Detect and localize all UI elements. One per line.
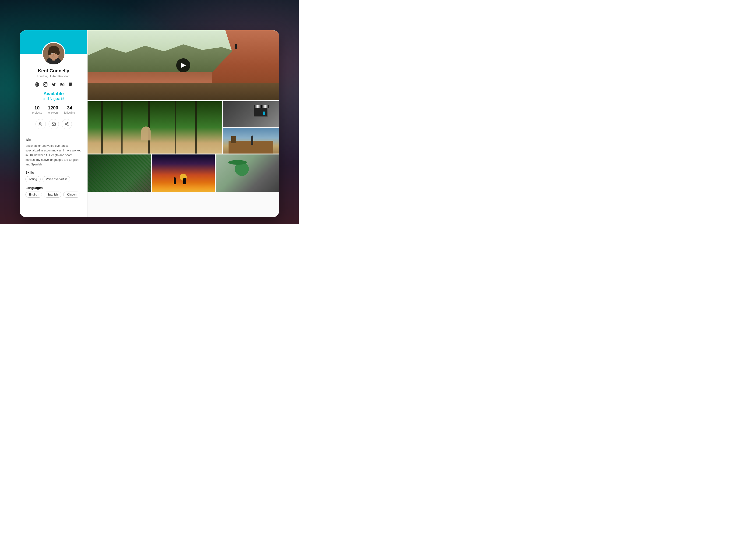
following-label: following (64, 111, 75, 114)
svg-point-11 (53, 54, 54, 56)
projects-label: projects (32, 111, 42, 114)
portfolio-item-western[interactable] (223, 128, 279, 154)
svg-rect-14 (43, 83, 47, 86)
bio-text: British actor and voice over artist, spe… (25, 143, 82, 167)
svg-point-9 (51, 53, 53, 54)
social-icons-row (34, 82, 73, 87)
following-count: 34 (64, 105, 75, 111)
language-klingon: Klingon (63, 192, 80, 197)
sidebar: Kent Connelly London, United Kingdom (20, 30, 87, 217)
languages-heading: Languages (25, 186, 82, 190)
skills-section: Skills Acting Voice over artist (20, 167, 87, 182)
user-location: London, United Kingdom (37, 75, 70, 78)
svg-point-10 (55, 53, 56, 54)
portfolio-item-ivy[interactable] (87, 155, 151, 192)
bio-heading: Bio (25, 138, 82, 142)
main-content (87, 30, 279, 217)
language-spanish: Spanish (44, 192, 61, 197)
svg-point-16 (46, 83, 47, 84)
globe-icon[interactable] (34, 82, 40, 87)
twitter-icon[interactable] (51, 82, 56, 87)
svg-point-17 (39, 123, 41, 124)
portfolio-item-hat[interactable] (216, 155, 279, 192)
play-button[interactable] (176, 58, 190, 72)
profile-card: Kent Connelly London, United Kingdom (20, 30, 279, 217)
follow-button[interactable] (35, 119, 46, 129)
action-buttons-row (35, 119, 72, 129)
instagram-icon[interactable] (43, 82, 48, 87)
twitch-icon[interactable] (68, 82, 73, 87)
svg-point-6 (56, 50, 60, 55)
portfolio-item-canyon[interactable] (87, 30, 279, 100)
message-button[interactable] (49, 119, 59, 129)
skills-heading: Skills (25, 170, 82, 174)
share-button[interactable] (61, 119, 72, 129)
language-english: English (25, 192, 42, 197)
availability: Available until August 15 (43, 91, 65, 101)
stat-following: 34 following (64, 105, 75, 114)
languages-section: Languages English Spanish Klingon (20, 182, 87, 197)
user-name: Kent Connelly (38, 68, 69, 74)
bio-section: Bio British actor and voice over artist,… (20, 134, 87, 167)
svg-point-22 (67, 123, 69, 124)
availability-sub: until August 15 (43, 97, 65, 101)
svg-point-12 (51, 56, 56, 58)
skill-voice-over: Voice over artist (43, 176, 70, 182)
avatar (42, 42, 66, 65)
svg-point-15 (44, 84, 46, 85)
stat-projects: 10 projects (32, 105, 42, 114)
skills-tags: Acting Voice over artist (25, 176, 82, 182)
portfolio-item-camera[interactable] (223, 101, 279, 127)
language-tags: English Spanish Klingon (25, 192, 82, 197)
stats-row: 10 projects 1200 followers 34 following (28, 105, 79, 114)
followers-count: 1200 (47, 105, 58, 111)
svg-line-26 (66, 123, 67, 124)
behance-icon[interactable] (59, 82, 65, 87)
portfolio-item-forest[interactable] (87, 101, 222, 154)
skill-acting: Acting (25, 176, 41, 182)
stat-followers: 1200 followers (47, 105, 58, 114)
svg-line-25 (66, 124, 67, 125)
svg-point-24 (67, 125, 69, 126)
followers-label: followers (47, 111, 58, 114)
svg-point-5 (48, 50, 51, 55)
svg-point-23 (65, 124, 66, 125)
availability-label: Available (43, 91, 65, 96)
projects-count: 10 (32, 105, 42, 111)
portfolio-item-sunset[interactable] (152, 155, 215, 192)
